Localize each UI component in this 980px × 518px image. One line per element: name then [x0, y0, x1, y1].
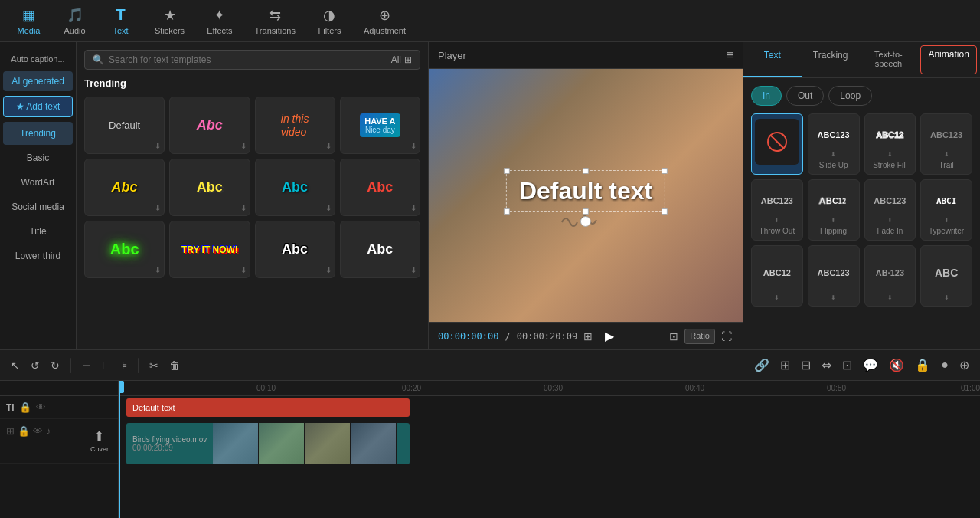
template-default[interactable]: Default ⬇: [84, 97, 165, 154]
playhead-head[interactable]: [119, 381, 124, 393]
template-abc-gold[interactable]: Abc ⬇: [84, 159, 165, 216]
video-track-audio-icon[interactable]: ♪: [46, 425, 51, 437]
template-video[interactable]: in thisvideo ⬇: [255, 97, 335, 154]
section-title: Trending: [84, 77, 420, 89]
zoom-tool[interactable]: ⊕: [956, 355, 972, 375]
top-toolbar: ▦ Media 🎵 Audio T Text ★ Stickers ✦ Effe…: [0, 0, 980, 42]
sidebar-item-title[interactable]: Title: [3, 220, 73, 243]
sidebar-item-auto-caption[interactable]: Auto caption...: [3, 48, 73, 70]
anim-tab-in[interactable]: In: [751, 86, 782, 106]
text-track-visible-icon[interactable]: 👁: [36, 402, 46, 413]
anim-flipping[interactable]: ABC12 ⬇ Flipping: [808, 179, 860, 241]
sidebar-item-ai-generated[interactable]: AI generated: [3, 71, 73, 91]
redo-tool[interactable]: ↻: [47, 356, 63, 375]
template-nice-day[interactable]: HAVE A Nice day ⬇: [340, 97, 420, 154]
sidebar-item-basic[interactable]: Basic: [3, 146, 73, 169]
caption-tool[interactable]: 💬: [860, 355, 881, 375]
search-icon: 🔍: [93, 54, 104, 65]
template-abc-white[interactable]: Abc ⬇: [340, 221, 420, 278]
delete-tool[interactable]: 🗑: [166, 356, 183, 375]
anim-fade-in[interactable]: ABC123 ⬇ Fade In: [864, 179, 916, 241]
lock-tool[interactable]: 🔒: [912, 355, 933, 375]
timeline-toggle-icon[interactable]: ⊞: [583, 330, 593, 343]
anim-none[interactable]: [751, 113, 803, 175]
undo-tool[interactable]: ↺: [28, 356, 43, 375]
filters-icon: ◑: [323, 7, 335, 24]
toolbar-transitions[interactable]: ⇆ Transitions: [246, 3, 305, 39]
search-input[interactable]: [109, 54, 387, 65]
fullscreen-icon[interactable]: ⛶: [720, 329, 733, 344]
anim-11[interactable]: AB·123 ⬇: [864, 245, 916, 307]
video-track-lock-icon[interactable]: 🔒: [18, 425, 30, 437]
template-abc-pink[interactable]: Abc ⬇: [169, 97, 250, 154]
toolbar-text[interactable]: T Text: [100, 2, 142, 39]
ratio-badge[interactable]: Ratio: [684, 329, 715, 344]
sidebar-item-add-text[interactable]: ★ Add text: [3, 96, 73, 117]
template-abc-green[interactable]: Abc ⬇: [84, 221, 165, 278]
all-filter[interactable]: All ⊞: [391, 54, 412, 65]
mute-tool[interactable]: 🔇: [886, 355, 907, 375]
anim-slide-up[interactable]: ABC123 ⬇ Slide Up: [808, 113, 860, 175]
anim-9[interactable]: ABC12 ⬇: [751, 245, 803, 307]
template-abc-cyan[interactable]: Abc ⬇: [255, 159, 335, 216]
sidebar-item-trending[interactable]: Trending: [3, 122, 73, 145]
handle-bc[interactable]: [583, 208, 589, 215]
handle-tr[interactable]: [662, 168, 668, 174]
toolbar-media[interactable]: ▦ Media: [8, 3, 50, 39]
handle-tc[interactable]: [583, 168, 589, 174]
split-right[interactable]: ⊞: [777, 355, 793, 375]
anim-stroke-fill[interactable]: ABC12 ⬇ Stroke Fill: [864, 113, 916, 175]
split-tool[interactable]: ✂: [146, 356, 162, 375]
handle-tl[interactable]: [504, 168, 510, 174]
anim-tab-loop[interactable]: Loop: [828, 86, 872, 106]
play-button[interactable]: ▶: [599, 327, 620, 345]
tab-text[interactable]: Text: [743, 42, 802, 77]
player-menu-icon[interactable]: ≡: [727, 48, 733, 62]
align-right-tool[interactable]: ⊢: [99, 356, 114, 375]
sidebar-item-lower-third[interactable]: Lower third: [3, 244, 73, 267]
dot-tool[interactable]: ●: [938, 355, 952, 375]
player-controls: 00:00:00:00 / 00:00:20:09 ⊞ ▶ ⊡ Ratio ⛶: [429, 322, 743, 349]
handle-br[interactable]: [662, 208, 668, 215]
player-text-overlay[interactable]: Default text: [506, 170, 665, 212]
cover-button[interactable]: ⬆ Cover: [87, 425, 112, 456]
tab-animation[interactable]: Animation: [920, 45, 977, 74]
video-track-visible-icon[interactable]: 👁: [33, 425, 43, 437]
toolbar-filters[interactable]: ◑ Filters: [309, 3, 351, 39]
download-icon-abc-gold: ⬇: [155, 204, 161, 212]
video-track-clip[interactable]: Birds flying video.mov 00:00:20:09: [126, 423, 410, 464]
sidebar-item-wordart[interactable]: WordArt: [3, 171, 73, 194]
anim-tab-out[interactable]: Out: [786, 86, 824, 106]
filter-icon: ⊞: [404, 54, 412, 65]
template-abc-red[interactable]: Abc ⬇: [340, 159, 420, 216]
sidebar-item-social-media[interactable]: Social media: [3, 195, 73, 218]
text-track-lock-icon[interactable]: 🔒: [19, 402, 31, 413]
template-tryfree[interactable]: TRY IT NOW! ⬇: [169, 221, 250, 278]
text-track-clip[interactable]: Default text: [126, 398, 410, 417]
toolbar-effects[interactable]: ✦ Effects: [198, 3, 241, 39]
anim-throw-out[interactable]: ABC123 ⬇ Throw Out: [751, 179, 803, 241]
anim-10[interactable]: ABC123 ⬇: [808, 245, 860, 307]
link-tool[interactable]: 🔗: [751, 355, 773, 375]
align-center-tool[interactable]: ⊧: [119, 356, 130, 375]
download-icon-abc-pink: ⬇: [240, 142, 247, 150]
toolbar-adjustment[interactable]: ⊕ Adjustment: [354, 3, 415, 39]
tab-tracking[interactable]: Tracking: [802, 42, 860, 77]
player-panel: Player ≡ Default text: [429, 42, 743, 349]
toolbar-stickers[interactable]: ★ Stickers: [145, 3, 194, 39]
crop-icon[interactable]: ⊡: [668, 329, 680, 344]
align-left-tool[interactable]: ⊣: [79, 356, 94, 375]
template-abc-yellow[interactable]: Abc ⬇: [169, 159, 250, 216]
select-tool[interactable]: ↖: [8, 356, 23, 375]
swap-tool[interactable]: ⇔: [818, 355, 835, 375]
rotate-handle[interactable]: [580, 216, 591, 227]
anim-typewriter[interactable]: ABCI ⬇ Typewriter: [920, 179, 972, 241]
merge-tool[interactable]: ⊟: [798, 355, 814, 375]
toolbar-audio[interactable]: 🎵 Audio: [54, 3, 96, 39]
template-abc-outline[interactable]: Abc ⬇: [255, 221, 335, 278]
tab-tts[interactable]: Text-to-speech: [860, 42, 918, 77]
handle-bl[interactable]: [504, 208, 510, 215]
frame-tool[interactable]: ⊡: [839, 355, 855, 375]
anim-trail[interactable]: ABC123 ⬇ Trail: [920, 113, 972, 175]
anim-12[interactable]: ABC ⬇: [920, 245, 972, 307]
